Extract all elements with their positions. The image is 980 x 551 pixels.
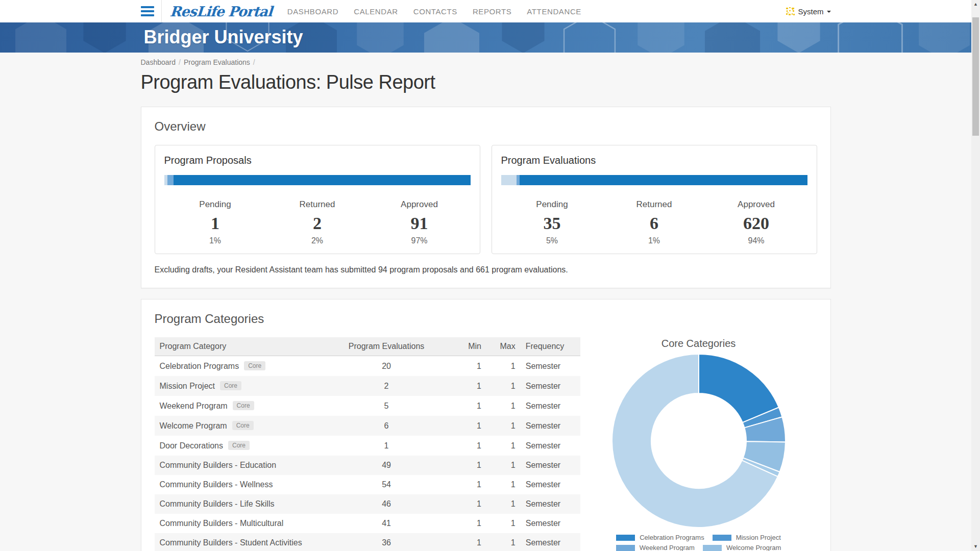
nav-item-dashboard[interactable]: DASHBOARD	[287, 7, 338, 16]
card-stats: Pending355%Returned61%Approved62094%	[501, 199, 807, 245]
evaluations-cell: 36	[325, 533, 448, 551]
chart-legend: Celebration ProgramsMission ProjectWeeke…	[597, 534, 800, 551]
legend-item-welcome-program: Welcome Program	[703, 544, 781, 551]
frequency-cell: Semester	[521, 356, 580, 377]
legend-swatch	[703, 545, 722, 551]
chevron-down-icon	[827, 11, 831, 15]
legend-swatch	[713, 535, 731, 541]
legend-item-weekend-program: Weekend Program	[616, 544, 695, 551]
stat-label: Returned	[266, 199, 369, 210]
column-header-min: Min	[448, 337, 486, 356]
min-cell: 1	[448, 514, 486, 533]
min-cell: 1	[448, 376, 486, 396]
program-evaluations-card: Program EvaluationsPending355%Returned61…	[492, 145, 817, 254]
hamburger-menu-icon[interactable]	[141, 5, 154, 17]
program-categories-heading: Program Categories	[155, 312, 817, 326]
evaluations-cell: 1	[325, 436, 448, 456]
category-name: Community Builders - Student Activities	[160, 538, 302, 547]
scrollbar-up-arrow-icon[interactable]: ▲	[971, 0, 980, 9]
user-avatar-placeholder-icon	[786, 7, 795, 16]
category-name: Celebration Programs	[160, 362, 239, 370]
evaluations-cell: 20	[325, 356, 448, 377]
column-header-program-evaluations: Program Evaluations	[325, 337, 448, 356]
table-row: Community Builders - Wellness5411Semeste…	[155, 475, 580, 494]
legend-swatch	[616, 545, 635, 551]
table-row: Community Builders - Life Skills4611Seme…	[155, 494, 580, 514]
legend-row: Weekend ProgramWelcome Program	[616, 544, 781, 551]
breadcrumb-separator: /	[179, 58, 181, 66]
core-badge: Core	[220, 381, 241, 390]
nav-item-calendar[interactable]: CALENDAR	[354, 7, 398, 16]
max-cell: 1	[486, 456, 521, 475]
nav-item-attendance[interactable]: ATTENDANCE	[527, 7, 581, 16]
breadcrumb-link-dashboard[interactable]: Dashboard	[141, 58, 176, 66]
overview-panel: Overview Program ProposalsPending11%Retu…	[141, 107, 831, 288]
top-navbar: ResLife Portal DASHBOARDCALENDARCONTACTS…	[0, 0, 971, 22]
max-cell: 1	[486, 396, 521, 416]
card-title: Program Proposals	[164, 155, 471, 166]
donut-chart	[609, 351, 789, 531]
bar-segment-approved	[520, 175, 807, 185]
stat-label: Returned	[603, 199, 705, 210]
nav-item-contacts[interactable]: CONTACTS	[413, 7, 457, 16]
legend-swatch	[616, 535, 635, 541]
min-cell: 1	[448, 475, 486, 494]
category-name-cell: Community Builders - Student Activities	[155, 533, 325, 551]
max-cell: 1	[486, 356, 521, 377]
university-banner: Bridger University	[0, 22, 971, 53]
category-name-cell: Door DecorationsCore	[155, 436, 325, 456]
breadcrumb-link-program-evaluations[interactable]: Program Evaluations	[184, 58, 250, 66]
bar-segment-returned	[167, 175, 174, 185]
page: ResLife Portal DASHBOARDCALENDARCONTACTS…	[0, 0, 971, 551]
vertical-scrollbar[interactable]: ▲ ▼	[971, 0, 980, 551]
frequency-cell: Semester	[521, 514, 580, 533]
frequency-cell: Semester	[521, 475, 580, 494]
brand-logo[interactable]: ResLife Portal	[169, 4, 272, 19]
category-name: Community Builders - Wellness	[160, 480, 273, 489]
core-badge: Core	[244, 361, 265, 370]
nav-item-reports[interactable]: REPORTS	[473, 7, 511, 16]
evaluations-cell: 41	[325, 514, 448, 533]
min-cell: 1	[448, 356, 486, 377]
scrollbar-thumb[interactable]	[972, 17, 979, 136]
bar-segment-pending	[501, 175, 517, 185]
stat-returned: Returned22%	[266, 199, 369, 245]
user-menu[interactable]: System	[786, 7, 830, 16]
program-categories-panel: Program Categories Program CategoryProgr…	[141, 299, 831, 551]
legend-label: Weekend Program	[640, 544, 695, 551]
table-row: Community Builders - Education4911Semest…	[155, 456, 580, 475]
category-name: Community Builders - Multicultural	[160, 519, 284, 528]
legend-label: Celebration Programs	[640, 534, 704, 541]
stat-percent: 94%	[705, 236, 807, 245]
status-progress-bar	[501, 175, 807, 185]
table-row: Celebration ProgramsCore2011Semester	[155, 356, 580, 377]
stat-pending: Pending355%	[501, 199, 603, 245]
stat-value: 620	[705, 214, 807, 233]
table-row: Community Builders - Multicultural4111Se…	[155, 514, 580, 533]
min-cell: 1	[448, 533, 486, 551]
scrollbar-down-arrow-icon[interactable]: ▼	[971, 542, 980, 551]
stat-approved: Approved62094%	[705, 199, 807, 245]
page-title: Program Evaluations: Pulse Report	[141, 71, 831, 93]
max-cell: 1	[486, 514, 521, 533]
min-cell: 1	[448, 456, 486, 475]
min-cell: 1	[448, 436, 486, 456]
category-name-cell: Celebration ProgramsCore	[155, 356, 325, 377]
stat-value: 35	[501, 214, 603, 233]
category-name-cell: Mission ProjectCore	[155, 376, 325, 396]
stat-label: Pending	[164, 199, 266, 210]
stat-percent: 2%	[266, 236, 369, 245]
frequency-cell: Semester	[521, 436, 580, 456]
main-nav: DASHBOARDCALENDARCONTACTSREPORTSATTENDAN…	[287, 7, 597, 16]
stat-percent: 5%	[501, 236, 603, 245]
table-row: Door DecorationsCore111Semester	[155, 436, 580, 456]
category-name-cell: Community Builders - Education	[155, 456, 325, 475]
category-name: Mission Project	[160, 382, 215, 390]
category-name: Weekend Program	[160, 402, 228, 410]
stat-percent: 1%	[603, 236, 705, 245]
stat-value: 2	[266, 214, 369, 233]
overview-cards: Program ProposalsPending11%Returned22%Ap…	[155, 145, 817, 254]
status-progress-bar	[164, 175, 471, 185]
max-cell: 1	[486, 436, 521, 456]
frequency-cell: Semester	[521, 494, 580, 514]
